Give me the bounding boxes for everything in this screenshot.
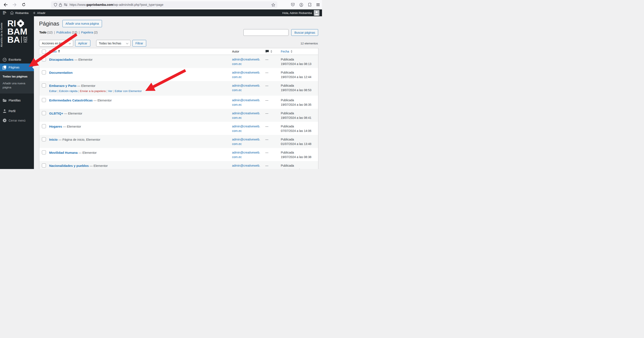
submenu-add-new-page[interactable]: Añadir una nueva página (2, 80, 34, 91)
sort-title-link[interactable]: Título (49, 50, 57, 53)
coat-of-arms-icon (22, 36, 28, 43)
logo-vertical-text: Alcaldía de la Gente (0, 18, 4, 51)
pages-icon (2, 65, 7, 69)
date-cell: Publicada19/07/2024 a las 08:35 (280, 96, 318, 109)
view-all[interactable]: Todo (39, 31, 46, 34)
browser-toolbar: https://www.gapriobamba.com/wp-admin/edi… (0, 0, 322, 9)
author-link[interactable]: admin@creativeweb.com.ec (232, 98, 264, 107)
date-cell: Publicada19/07/2024 a las 08:53 (280, 81, 318, 96)
riobamba-logo: Alcaldía de la Gente RI BAM BA (0, 16, 34, 53)
extensions-icon[interactable] (308, 3, 312, 7)
row-actions: Editar | Edición rápida | Enviar a la pa… (49, 89, 230, 93)
sidebar-item-collapse[interactable]: Cerrar menú (0, 117, 34, 124)
row-action-link[interactable]: Editar con Elementor (115, 89, 142, 93)
bookmark-star-icon[interactable] (271, 3, 275, 7)
row-checkbox[interactable] (42, 163, 46, 167)
sidebar-item-plantillas[interactable]: Plantillas (0, 96, 34, 104)
url-text[interactable]: https://www.gapriobamba.com/wp-admin/edi… (70, 3, 270, 6)
page-title-link[interactable]: Inicio (49, 138, 58, 141)
row-checkbox[interactable] (42, 150, 46, 154)
row-checkbox[interactable] (42, 57, 46, 61)
sidebar-item-perfil[interactable]: Perfil (0, 107, 34, 115)
page-title-link[interactable]: Discapacidades (49, 58, 74, 61)
author-link[interactable]: admin@creativeweb.com.ec (232, 70, 264, 79)
shield-icon[interactable] (54, 3, 57, 7)
page-title-suffix: — Elementor (76, 84, 96, 87)
chevron-down-icon (126, 42, 128, 44)
row-action-link[interactable]: Ver (108, 89, 112, 93)
pages-table: Título Autor Fecha Discapacidades — Elem… (39, 48, 318, 169)
adminbar-account[interactable]: Hola, Admin Riobamba (282, 10, 322, 16)
row-action-link[interactable]: Enviar a la papelera (80, 89, 106, 93)
page-title-link[interactable]: Documentation (49, 71, 72, 74)
page-title-link[interactable]: Movilidad Humana (49, 151, 78, 154)
pocket-icon[interactable] (291, 3, 295, 7)
author-link[interactable]: admin@creativeweb.com.ec (232, 57, 264, 66)
submenu-all-pages[interactable]: Todas las páginas (2, 73, 34, 80)
row-checkbox[interactable] (42, 137, 46, 141)
page-title-link[interactable]: GLBTIQ+ (49, 111, 63, 115)
table-row: Movilidad Humana — Elementor admin@creat… (39, 148, 318, 161)
date-cell: Publicada01/07/2024 a las 13:48 (280, 135, 318, 148)
row-action-link[interactable]: Edición rápida (59, 89, 78, 93)
forward-icon[interactable] (12, 2, 17, 7)
author-link[interactable]: admin@creativeweb.com.ec (232, 150, 264, 159)
bulk-actions-select[interactable]: Acciones en lote (39, 40, 73, 46)
reload-icon[interactable] (22, 2, 26, 7)
collapse-menu-icon (2, 118, 7, 122)
comments-count: — (264, 109, 280, 122)
author-link[interactable]: admin@creativeweb.com.ec (232, 124, 264, 133)
sort-date-link[interactable]: Fecha (281, 50, 289, 53)
date-sort-icon (291, 50, 292, 53)
view-trash[interactable]: Papelera (81, 31, 93, 34)
adminbar-site-link[interactable]: Riobamba (8, 9, 31, 16)
url-bar[interactable]: https://www.gapriobamba.com/wp-admin/edi… (51, 1, 277, 8)
page-title-link[interactable]: Nacionalidades y pueblos (49, 164, 89, 167)
title-sort-icon (58, 50, 60, 53)
date-cell: Publicada19/07/2024 a las 08:41 (280, 109, 318, 122)
row-action-link[interactable]: Editar (49, 89, 57, 93)
sidebar-item-escritorio[interactable]: Escritorio (0, 56, 34, 63)
page-title-suffix: — Elementor (63, 112, 82, 115)
select-all-checkbox[interactable] (42, 49, 46, 54)
search-input[interactable] (244, 29, 288, 36)
author-link[interactable]: admin@creativeweb.com.ec (232, 111, 264, 120)
table-row: Nacionalidades y pueblos — Elementor adm… (39, 161, 318, 169)
row-checkbox[interactable] (42, 70, 46, 74)
page-title-link[interactable]: Embarazo y Parto (49, 84, 76, 87)
row-checkbox[interactable] (42, 83, 46, 87)
back-icon[interactable] (4, 2, 8, 7)
comments-count: — (264, 81, 280, 96)
row-checkbox[interactable] (42, 124, 46, 128)
wp-logo-riobamba[interactable]: RIOBAMBA (0, 11, 8, 15)
author-link[interactable]: admin@creativeweb.com.ec (232, 137, 264, 146)
author-link[interactable]: admin@creativeweb.com.ec (232, 163, 264, 169)
add-new-page-button[interactable]: Añadir una nueva página (62, 20, 102, 27)
author-column-header: Autor (231, 50, 264, 53)
filter-button[interactable]: Filtrar (132, 40, 146, 46)
menu-hamburger-icon[interactable] (316, 3, 320, 6)
author-link[interactable]: admin@creativeweb.com.ec (232, 83, 264, 92)
row-checkbox[interactable] (42, 98, 46, 102)
wp-admin-bar: RIOBAMBA Riobamba Añadir Hola, Admin Rio… (0, 9, 322, 16)
comments-icon[interactable] (265, 50, 269, 53)
date-cell: Publicada19/07/2024 a las 08:13 (280, 55, 318, 68)
page-title-suffix: — Elementor (78, 151, 97, 154)
status-filter-links: Todo (12) | Publicados (12) | Papelera (… (39, 31, 98, 34)
apply-button[interactable]: Aplicar (75, 40, 90, 46)
lock-icon[interactable] (59, 3, 62, 7)
sidebar-item-paginas[interactable]: Páginas (0, 63, 34, 71)
pages-submenu: Todas las páginas Añadir una nueva págin… (0, 71, 34, 93)
dates-filter-select[interactable]: Todas las fechas (96, 40, 130, 46)
permissions-icon[interactable] (64, 3, 68, 6)
account-icon[interactable] (299, 3, 303, 7)
page-title-link[interactable]: Enfermedades Catastróficas (49, 98, 93, 102)
page-title-link[interactable]: Hogares (49, 125, 62, 128)
view-published[interactable]: Publicados (56, 31, 71, 34)
row-checkbox[interactable] (42, 111, 46, 115)
adminbar-new-button[interactable]: Añadir (31, 9, 48, 16)
table-row: Embarazo y Parto — Elementor Editar | Ed… (39, 81, 318, 96)
table-row: Documentation admin@creativeweb.com.ec —… (39, 68, 318, 81)
date-cell: Publicada19/07/2024 a las 08:38 (280, 148, 318, 161)
search-pages-button[interactable]: Buscar páginas (291, 29, 318, 36)
